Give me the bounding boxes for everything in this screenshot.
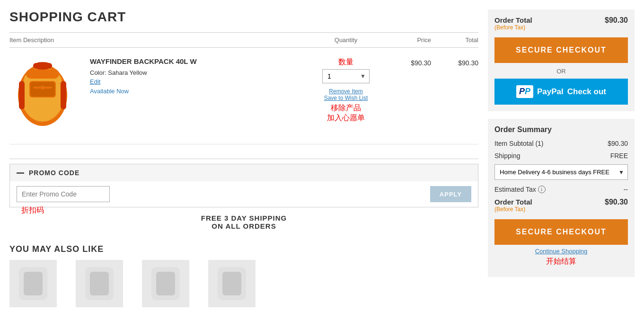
shipping-select-wrapper: Home Delivery 4-6 business days FREE ▼	[494, 164, 628, 180]
svg-rect-15	[90, 272, 109, 295]
svg-rect-17	[156, 272, 175, 295]
rec-image-4	[208, 260, 256, 307]
rec-item-3[interactable]	[142, 260, 199, 307]
item-color: Color: Sahara Yellow	[90, 69, 308, 76]
paypal-text: PayPal	[537, 87, 564, 97]
shipping-label: Shipping	[494, 152, 520, 160]
continue-shopping-link[interactable]: Continue Shopping	[494, 248, 628, 257]
top-order-total-section: Order Total (Before Tax)	[494, 16, 532, 31]
top-before-tax-label: (Before Tax)	[494, 24, 532, 31]
estimated-tax-row: Estimated Tax i --	[494, 186, 628, 193]
svg-rect-8	[61, 81, 66, 109]
rec-image-1	[9, 260, 57, 307]
you-may-like-title: YOU MAY ALSO LIKE	[9, 244, 478, 254]
col-price-label: Price	[384, 36, 431, 44]
bottom-order-total-row: Order Total (Before Tax) $90.30	[494, 198, 628, 213]
save-wishlist-link[interactable]: Save to Wish List	[324, 95, 368, 101]
free-shipping-banner: FREE 3 DAY SHIPPING ON ALL ORDERS	[9, 207, 478, 240]
top-secure-checkout-button[interactable]: SECURE CHECKOUT	[494, 37, 628, 63]
item-image	[9, 57, 85, 134]
item-subtotal-label: Item Subtotal (1)	[494, 140, 544, 147]
bottom-order-total-amount: $90.30	[605, 198, 628, 206]
top-order-total-row: Order Total (Before Tax) $90.30	[494, 16, 628, 31]
quantity-annotation: 数量	[338, 57, 353, 67]
rec-item-1[interactable]	[9, 260, 66, 307]
bottom-order-total-label: Order Total	[494, 198, 532, 206]
estimated-tax-value: --	[624, 186, 628, 193]
price-cell: $90.30	[384, 57, 431, 67]
rec-image-3	[142, 260, 189, 307]
promo-apply-button[interactable]: APPLY	[430, 186, 471, 202]
quantity-cell: 数量 1 2 3 4 5 ▼ Remove Item Save to	[308, 57, 384, 123]
svg-rect-19	[222, 272, 241, 295]
paypal-checkout-text: Check out	[567, 87, 606, 97]
rec-item-4[interactable]	[208, 260, 265, 307]
svg-rect-13	[24, 272, 43, 295]
quantity-wrapper: 1 2 3 4 5 ▼	[322, 69, 370, 83]
estimated-tax-text: Estimated Tax	[494, 186, 536, 193]
col-total-label: Total	[431, 36, 478, 44]
main-content: SHOPPING CART Item Description Quantity …	[9, 9, 478, 307]
top-order-total-amount: $90.30	[605, 16, 628, 25]
col-qty-label: Quantity	[308, 36, 384, 44]
shipping-line1: FREE 3 DAY SHIPPING	[201, 214, 287, 222]
bottom-order-total-section: Order Total (Before Tax)	[494, 198, 532, 213]
item-name: WAYFINDER BACKPACK 40L W	[90, 57, 308, 65]
order-summary-box: Order Summary Item Subtotal (1) $90.30 S…	[488, 119, 635, 277]
remove-item-link[interactable]: Remove Item	[324, 88, 368, 95]
you-may-also-like-section: YOU MAY ALSO LIKE	[9, 244, 478, 307]
paypal-logo-icon: PP	[516, 85, 533, 98]
recommendations-list	[9, 260, 478, 307]
color-label: Color:	[90, 69, 106, 76]
top-order-total-box: Order Total (Before Tax) $90.30 SECURE C…	[488, 9, 635, 111]
item-details: WAYFINDER BACKPACK 40L W Color: Sahara Y…	[85, 57, 308, 95]
top-order-total-label: Order Total	[494, 16, 532, 24]
order-summary-title: Order Summary	[494, 125, 628, 134]
item-subtotal-value: $90.30	[608, 140, 628, 147]
promo-input[interactable]	[17, 186, 110, 202]
estimated-tax-label: Estimated Tax i	[494, 186, 546, 193]
promo-body: 折扣码 APPLY 点击使用 →	[10, 181, 478, 207]
svg-rect-10	[33, 63, 52, 69]
edit-link[interactable]: Edit	[90, 78, 308, 85]
col-desc-label: Item Description	[9, 36, 308, 44]
color-value: Sahara Yellow	[108, 69, 147, 76]
begin-checkout-annotation: 开始结算	[494, 257, 628, 270]
total-cell: $90.30	[431, 57, 478, 67]
svg-rect-7	[19, 81, 25, 109]
cart-header: Item Description Quantity Price Total	[9, 32, 478, 48]
bottom-secure-checkout-button[interactable]: SECURE CHECKOUT	[494, 219, 628, 245]
bottom-before-tax-label: (Before Tax)	[494, 206, 532, 213]
shipping-row: Shipping FREE	[494, 152, 628, 160]
coupon-annotation: 折扣码	[21, 205, 44, 215]
estimated-tax-info-icon[interactable]: i	[538, 186, 546, 193]
minus-icon	[17, 172, 24, 174]
availability-label: Available Now	[90, 88, 129, 95]
quantity-select[interactable]: 1 2 3 4 5	[322, 69, 370, 83]
promo-header[interactable]: PROMO CODE	[10, 164, 478, 181]
rec-image-2	[76, 260, 123, 307]
shipping-value: FREE	[610, 152, 628, 160]
remove-annotation: 移除产品	[331, 104, 361, 112]
page-title: SHOPPING CART	[9, 9, 478, 25]
cart-item: WAYFINDER BACKPACK 40L W Color: Sahara Y…	[9, 48, 478, 144]
svg-rect-3	[26, 69, 59, 79]
promo-label: PROMO CODE	[29, 169, 79, 177]
shipping-line2: ON ALL ORDERS	[212, 222, 276, 230]
sidebar: Order Total (Before Tax) $90.30 SECURE C…	[488, 9, 635, 307]
wishlist-annotation: 加入心愿单	[327, 114, 365, 122]
or-divider: OR	[494, 68, 628, 75]
shipping-select[interactable]: Home Delivery 4-6 business days FREE	[494, 164, 628, 180]
svg-point-11	[41, 86, 44, 89]
item-subtotal-row: Item Subtotal (1) $90.30	[494, 140, 628, 147]
rec-item-2[interactable]	[76, 260, 132, 307]
paypal-button[interactable]: PP PayPal Check out	[494, 79, 628, 105]
